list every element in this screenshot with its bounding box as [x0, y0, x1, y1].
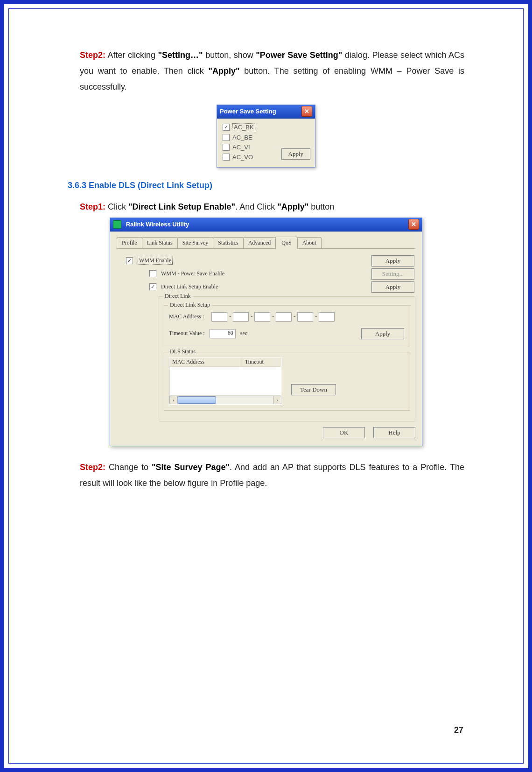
- mac-address-label: MAC Address :: [169, 313, 204, 320]
- timeout-input[interactable]: 60: [210, 329, 236, 338]
- timeout-label: Timeout Value :: [169, 330, 205, 337]
- mac-input-1[interactable]: [211, 312, 227, 322]
- tab-row: Profile Link Status Site Survey Statisti…: [117, 236, 415, 249]
- power-save-dialog: Power Save Setting ✕ ✓ AC_BK AC_BE: [217, 105, 315, 168]
- utility-titlebar: Ralink Wireless Utility ✕: [110, 218, 422, 232]
- dls-status-table: MAC Address Timeout ‹ ›: [169, 357, 282, 405]
- wmm-enable-checkbox[interactable]: ✓: [126, 257, 133, 264]
- direct-link-setup-group: Direct Link Setup MAC Address : - - - - …: [164, 305, 410, 347]
- ac-vo-label: AC_VO: [232, 154, 253, 161]
- tab-profile[interactable]: Profile: [117, 237, 142, 248]
- ac-vo-row: AC_VO: [223, 154, 255, 161]
- scroll-right-icon[interactable]: ›: [273, 396, 281, 404]
- ac-bk-checkbox[interactable]: ✓: [223, 124, 230, 131]
- step2-label: Step2:: [80, 50, 105, 60]
- wmm-ps-checkbox[interactable]: [149, 270, 156, 277]
- setting-button[interactable]: Setting...: [371, 268, 414, 280]
- ac-be-row: AC_BE: [223, 134, 255, 141]
- tab-advanced[interactable]: Advanced: [243, 237, 276, 248]
- ac-bk-label: AC_BK: [232, 123, 255, 131]
- ac-vi-checkbox[interactable]: [223, 144, 230, 151]
- step2b-label: Step2:: [80, 463, 105, 472]
- tab-link-status[interactable]: Link Status: [142, 237, 178, 248]
- power-save-apply-button[interactable]: Apply: [281, 148, 311, 160]
- ok-button[interactable]: OK: [323, 427, 365, 438]
- step2-power-save-paragraph: Step2: After clicking "Setting…" button,…: [80, 47, 464, 95]
- dls-apply-button[interactable]: Apply: [371, 281, 414, 293]
- col-mac-address: MAC Address: [169, 358, 242, 366]
- dialog-titlebar: Power Save Setting ✕: [217, 105, 315, 119]
- close-icon[interactable]: ✕: [408, 219, 419, 230]
- step1-label: Step1:: [80, 202, 105, 211]
- ralink-utility-window: Ralink Wireless Utility ✕ Profile Link S…: [110, 218, 422, 446]
- ac-vo-checkbox[interactable]: [223, 154, 230, 161]
- ac-be-label: AC_BE: [232, 134, 252, 141]
- wmm-ps-label: WMM - Power Save Enable: [161, 270, 224, 277]
- page-number: 27: [454, 725, 463, 735]
- ac-be-checkbox[interactable]: [223, 134, 230, 141]
- tab-about[interactable]: About: [297, 237, 322, 248]
- dls-enable-label: Direct Link Setup Enable: [161, 283, 218, 290]
- utility-title: Ralink Wireless Utility: [126, 221, 189, 228]
- step1-paragraph: Step1: Click "Direct Link Setup Enable".…: [80, 199, 464, 215]
- mac-input-2[interactable]: [233, 312, 249, 322]
- ac-bk-row: ✓ AC_BK: [223, 123, 255, 131]
- dls-enable-checkbox[interactable]: ✓: [149, 283, 156, 290]
- tear-down-button[interactable]: Tear Down: [291, 384, 336, 395]
- help-button[interactable]: Help: [373, 427, 415, 438]
- close-icon[interactable]: ✕: [301, 106, 312, 117]
- step2-site-survey-paragraph: Step2: Change to "Site Survey Page". And…: [80, 459, 464, 491]
- app-icon: [113, 220, 121, 229]
- tab-site-survey[interactable]: Site Survey: [177, 237, 214, 248]
- dialog-title: Power Save Setting: [220, 105, 276, 118]
- ac-vi-label: AC_VI: [232, 144, 250, 151]
- direct-link-group: Direct Link Direct Link Setup MAC Addres…: [159, 296, 415, 421]
- dls-setup-legend: Direct Link Setup: [168, 302, 212, 309]
- direct-link-legend: Direct Link: [163, 293, 193, 300]
- dls-scrollbar[interactable]: ‹ ›: [169, 395, 281, 404]
- wmm-apply-button[interactable]: Apply: [371, 255, 414, 267]
- section-3-6-3-heading: 3.6.3 Enable DLS (Direct Link Setup): [68, 181, 464, 190]
- scroll-thumb[interactable]: [178, 396, 216, 404]
- dls-status-legend: DLS Status: [168, 348, 197, 355]
- mac-input-5[interactable]: [297, 312, 313, 322]
- tab-qos[interactable]: QoS: [275, 237, 297, 249]
- mac-input-4[interactable]: [276, 312, 292, 322]
- mac-input-3[interactable]: [254, 312, 270, 322]
- mac-input-6[interactable]: [319, 312, 335, 322]
- tab-statistics[interactable]: Statistics: [213, 237, 243, 248]
- ac-vi-row: AC_VI: [223, 144, 255, 151]
- col-timeout: Timeout: [242, 358, 281, 366]
- dls-status-group: DLS Status MAC Address Timeout ‹: [164, 352, 410, 411]
- scroll-left-icon[interactable]: ‹: [169, 396, 178, 404]
- timeout-unit: sec: [240, 330, 247, 337]
- dls-setup-apply-button[interactable]: Apply: [361, 328, 404, 339]
- wmm-enable-label: WMM Enable: [138, 257, 173, 265]
